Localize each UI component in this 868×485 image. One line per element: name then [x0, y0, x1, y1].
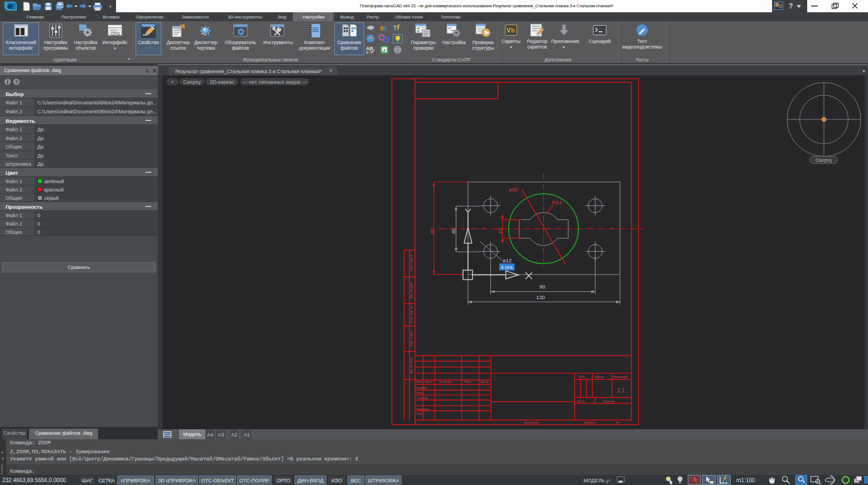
svg-text:ø60: ø60 — [509, 186, 518, 193]
svg-text:Подп. и дата: Подп. и дата — [409, 255, 413, 272]
svg-text:Н.контр.: Н.контр. — [416, 407, 429, 411]
svg-text:℘: ℘ — [606, 477, 610, 484]
svg-text:Инв. № дубл.: Инв. № дубл. — [409, 282, 413, 299]
svg-text:16: 16 — [497, 228, 503, 234]
svg-text:— нет связанных видов —: — нет связанных видов — — [242, 79, 307, 85]
svg-text:Листов: Листов — [602, 400, 614, 403]
svg-text:Сверху: Сверху — [815, 157, 832, 163]
svg-text:№ докум.: № докум. — [438, 380, 452, 383]
svg-text:Пров.: Пров. — [416, 391, 425, 395]
svg-text:Масса: Масса — [595, 375, 604, 378]
svg-text:R14: R14 — [552, 199, 561, 205]
svg-text:Взам. инв. №: Взам. инв. № — [409, 306, 413, 324]
svg-text:Масштаб: Масштаб — [613, 375, 628, 378]
svg-text:Лист: Лист — [576, 400, 585, 403]
svg-text:а: а — [366, 50, 369, 54]
svg-text:Дата: Дата — [480, 380, 489, 383]
svg-text:2D-каркас: 2D-каркас — [210, 79, 235, 85]
svg-text:130: 130 — [536, 294, 545, 300]
svg-text:+: + — [171, 79, 174, 85]
svg-text:4 отв.: 4 отв. — [501, 265, 514, 270]
svg-text:Подп.: Подп. — [464, 380, 472, 383]
svg-text:Лист: Лист — [424, 380, 433, 383]
svg-text:Утв.: Утв. — [416, 412, 423, 415]
svg-text:Сверху: Сверху — [183, 79, 201, 85]
svg-text:Изм.: Изм. — [416, 380, 423, 383]
svg-text:b: b — [511, 27, 515, 33]
svg-text:CFG: CFG — [111, 31, 120, 36]
svg-text:ø12: ø12 — [503, 257, 512, 263]
svg-text:1:1: 1:1 — [617, 387, 625, 393]
svg-text:Лит.: Лит. — [578, 375, 586, 378]
svg-text:Копировал: Копировал — [524, 421, 539, 424]
svg-text:Разраб.: Разраб. — [416, 386, 427, 390]
svg-text:80: 80 — [429, 228, 435, 234]
svg-text:Подп. и дата: Подп. и дата — [409, 330, 413, 347]
svg-text:Инв. № подл.: Инв. № подл. — [409, 357, 413, 374]
svg-text:T: T — [393, 25, 397, 31]
svg-text:V: V — [507, 27, 511, 33]
svg-text:?: ? — [789, 2, 793, 10]
svg-text:5: 5 — [383, 25, 387, 32]
svg-text:m1:100: m1:100 — [736, 477, 755, 483]
svg-text:Формат: Формат — [584, 421, 596, 424]
svg-text:J: J — [383, 48, 385, 53]
svg-text:90: 90 — [539, 284, 546, 290]
svg-text:Т.контр.: Т.контр. — [416, 396, 428, 400]
svg-text:?: ? — [15, 79, 18, 85]
svg-text:А4: А4 — [615, 421, 619, 424]
